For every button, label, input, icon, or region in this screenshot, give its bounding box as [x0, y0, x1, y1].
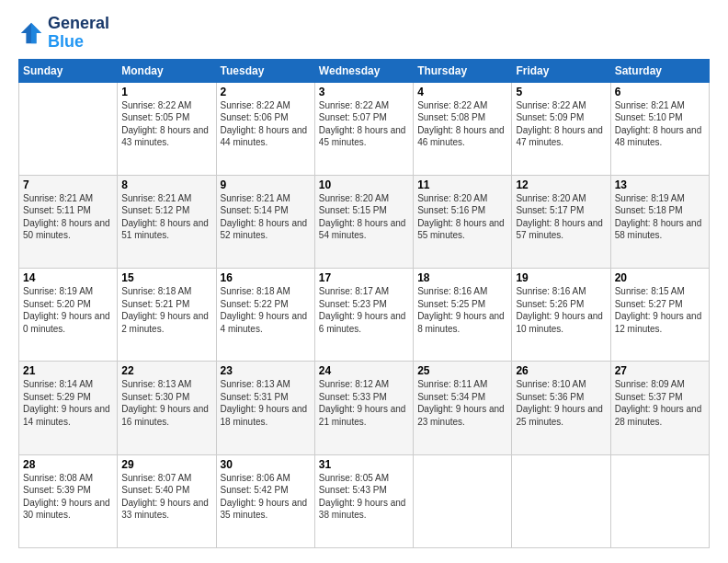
day-info: Sunrise: 8:17 AMSunset: 5:23 PMDaylight:… — [319, 285, 409, 335]
weekday-header-cell: Friday — [512, 59, 610, 82]
calendar-cell: 13 Sunrise: 8:19 AMSunset: 5:18 PMDaylig… — [610, 175, 709, 268]
weekday-header-cell: Monday — [118, 59, 216, 82]
header: General Blue — [18, 15, 710, 52]
weekday-header-cell: Thursday — [414, 59, 512, 82]
day-info: Sunrise: 8:20 AMSunset: 5:15 PMDaylight:… — [319, 192, 409, 242]
calendar-cell: 19 Sunrise: 8:16 AMSunset: 5:26 PMDaylig… — [512, 269, 610, 362]
svg-marker-1 — [31, 23, 41, 43]
day-number: 24 — [319, 364, 409, 377]
calendar-cell: 23 Sunrise: 8:13 AMSunset: 5:31 PMDaylig… — [216, 362, 314, 454]
day-info: Sunrise: 8:18 AMSunset: 5:22 PMDaylight:… — [221, 285, 311, 335]
calendar-table: SundayMondayTuesdayWednesdayThursdayFrid… — [18, 59, 710, 548]
day-info: Sunrise: 8:22 AMSunset: 5:06 PMDaylight:… — [221, 99, 311, 149]
day-number: 12 — [516, 178, 606, 191]
day-info: Sunrise: 8:22 AMSunset: 5:07 PMDaylight:… — [319, 99, 409, 149]
day-info: Sunrise: 8:22 AMSunset: 5:09 PMDaylight:… — [516, 99, 606, 149]
day-info: Sunrise: 8:10 AMSunset: 5:36 PMDaylight:… — [516, 378, 606, 428]
day-number: 30 — [221, 458, 311, 471]
day-number: 21 — [23, 364, 113, 377]
calendar-cell: 16 Sunrise: 8:18 AMSunset: 5:22 PMDaylig… — [216, 269, 314, 362]
day-info: Sunrise: 8:09 AMSunset: 5:37 PMDaylight:… — [615, 378, 705, 428]
day-info: Sunrise: 8:08 AMSunset: 5:39 PMDaylight:… — [23, 472, 113, 522]
day-number: 26 — [516, 364, 606, 377]
calendar-cell: 17 Sunrise: 8:17 AMSunset: 5:23 PMDaylig… — [314, 269, 413, 362]
day-number: 9 — [221, 178, 311, 191]
calendar-cell: 29 Sunrise: 8:07 AMSunset: 5:40 PMDaylig… — [118, 454, 216, 547]
day-number: 8 — [121, 178, 211, 191]
calendar-week-row: 1 Sunrise: 8:22 AMSunset: 5:05 PMDayligh… — [19, 82, 710, 175]
day-info: Sunrise: 8:13 AMSunset: 5:30 PMDaylight:… — [121, 378, 211, 428]
calendar-cell: 21 Sunrise: 8:14 AMSunset: 5:29 PMDaylig… — [19, 362, 118, 454]
day-info: Sunrise: 8:06 AMSunset: 5:42 PMDaylight:… — [221, 472, 311, 522]
calendar-week-row: 28 Sunrise: 8:08 AMSunset: 5:39 PMDaylig… — [19, 454, 710, 547]
day-number: 20 — [615, 271, 705, 284]
calendar-cell — [610, 454, 709, 547]
day-info: Sunrise: 8:22 AMSunset: 5:08 PMDaylight:… — [417, 99, 507, 149]
day-number: 6 — [615, 86, 705, 98]
day-info: Sunrise: 8:12 AMSunset: 5:33 PMDaylight:… — [319, 378, 409, 428]
day-info: Sunrise: 8:18 AMSunset: 5:21 PMDaylight:… — [121, 285, 211, 335]
day-info: Sunrise: 8:21 AMSunset: 5:12 PMDaylight:… — [121, 192, 211, 242]
day-info: Sunrise: 8:15 AMSunset: 5:27 PMDaylight:… — [615, 285, 705, 335]
day-number: 31 — [319, 458, 409, 471]
calendar-cell: 12 Sunrise: 8:20 AMSunset: 5:17 PMDaylig… — [512, 175, 610, 268]
calendar-cell — [512, 454, 610, 547]
day-info: Sunrise: 8:13 AMSunset: 5:31 PMDaylight:… — [221, 378, 311, 428]
day-number: 15 — [121, 271, 211, 284]
calendar-cell: 6 Sunrise: 8:21 AMSunset: 5:10 PMDayligh… — [610, 82, 709, 175]
calendar-body: 1 Sunrise: 8:22 AMSunset: 5:05 PMDayligh… — [19, 82, 710, 547]
day-number: 3 — [319, 86, 409, 98]
logo: General Blue — [18, 15, 109, 52]
day-number: 2 — [221, 86, 311, 98]
calendar-cell: 18 Sunrise: 8:16 AMSunset: 5:25 PMDaylig… — [414, 269, 512, 362]
day-number: 25 — [417, 364, 507, 377]
calendar-cell: 30 Sunrise: 8:06 AMSunset: 5:42 PMDaylig… — [216, 454, 314, 547]
logo-text: General Blue — [48, 15, 109, 52]
day-number: 28 — [23, 458, 113, 471]
day-number: 29 — [121, 458, 211, 471]
day-info: Sunrise: 8:05 AMSunset: 5:43 PMDaylight:… — [319, 472, 409, 522]
calendar-cell: 20 Sunrise: 8:15 AMSunset: 5:27 PMDaylig… — [610, 269, 709, 362]
day-number: 27 — [615, 364, 705, 377]
calendar-cell: 27 Sunrise: 8:09 AMSunset: 5:37 PMDaylig… — [610, 362, 709, 454]
day-number: 5 — [516, 86, 606, 98]
day-info: Sunrise: 8:20 AMSunset: 5:16 PMDaylight:… — [417, 192, 507, 242]
day-number: 19 — [516, 271, 606, 284]
calendar-cell — [414, 454, 512, 547]
day-number: 13 — [615, 178, 705, 191]
calendar-cell: 24 Sunrise: 8:12 AMSunset: 5:33 PMDaylig… — [314, 362, 413, 454]
calendar-cell: 10 Sunrise: 8:20 AMSunset: 5:15 PMDaylig… — [314, 175, 413, 268]
day-number: 1 — [121, 86, 211, 98]
day-number: 4 — [417, 86, 507, 98]
day-info: Sunrise: 8:07 AMSunset: 5:40 PMDaylight:… — [121, 472, 211, 522]
calendar-cell: 7 Sunrise: 8:21 AMSunset: 5:11 PMDayligh… — [19, 175, 118, 268]
day-info: Sunrise: 8:11 AMSunset: 5:34 PMDaylight:… — [417, 378, 507, 428]
calendar-cell: 11 Sunrise: 8:20 AMSunset: 5:16 PMDaylig… — [414, 175, 512, 268]
day-number: 22 — [121, 364, 211, 377]
day-info: Sunrise: 8:14 AMSunset: 5:29 PMDaylight:… — [23, 378, 113, 428]
weekday-header-cell: Saturday — [610, 59, 709, 82]
day-info: Sunrise: 8:21 AMSunset: 5:14 PMDaylight:… — [221, 192, 311, 242]
calendar-week-row: 21 Sunrise: 8:14 AMSunset: 5:29 PMDaylig… — [19, 362, 710, 454]
day-number: 18 — [417, 271, 507, 284]
weekday-header-row: SundayMondayTuesdayWednesdayThursdayFrid… — [19, 59, 710, 82]
calendar-cell: 14 Sunrise: 8:19 AMSunset: 5:20 PMDaylig… — [19, 269, 118, 362]
calendar-cell: 9 Sunrise: 8:21 AMSunset: 5:14 PMDayligh… — [216, 175, 314, 268]
day-number: 7 — [23, 178, 113, 191]
calendar-cell: 26 Sunrise: 8:10 AMSunset: 5:36 PMDaylig… — [512, 362, 610, 454]
day-info: Sunrise: 8:20 AMSunset: 5:17 PMDaylight:… — [516, 192, 606, 242]
calendar-cell: 28 Sunrise: 8:08 AMSunset: 5:39 PMDaylig… — [19, 454, 118, 547]
calendar-cell: 25 Sunrise: 8:11 AMSunset: 5:34 PMDaylig… — [414, 362, 512, 454]
calendar-cell: 15 Sunrise: 8:18 AMSunset: 5:21 PMDaylig… — [118, 269, 216, 362]
calendar-cell: 3 Sunrise: 8:22 AMSunset: 5:07 PMDayligh… — [314, 82, 413, 175]
day-info: Sunrise: 8:22 AMSunset: 5:05 PMDaylight:… — [121, 99, 211, 149]
calendar-week-row: 14 Sunrise: 8:19 AMSunset: 5:20 PMDaylig… — [19, 269, 710, 362]
day-number: 17 — [319, 271, 409, 284]
logo-icon — [18, 20, 44, 46]
calendar-week-row: 7 Sunrise: 8:21 AMSunset: 5:11 PMDayligh… — [19, 175, 710, 268]
logo-line2: Blue — [48, 32, 84, 51]
calendar-cell: 22 Sunrise: 8:13 AMSunset: 5:30 PMDaylig… — [118, 362, 216, 454]
weekday-header-cell: Tuesday — [216, 59, 314, 82]
logo-line1: General — [48, 15, 109, 33]
calendar-cell: 5 Sunrise: 8:22 AMSunset: 5:09 PMDayligh… — [512, 82, 610, 175]
